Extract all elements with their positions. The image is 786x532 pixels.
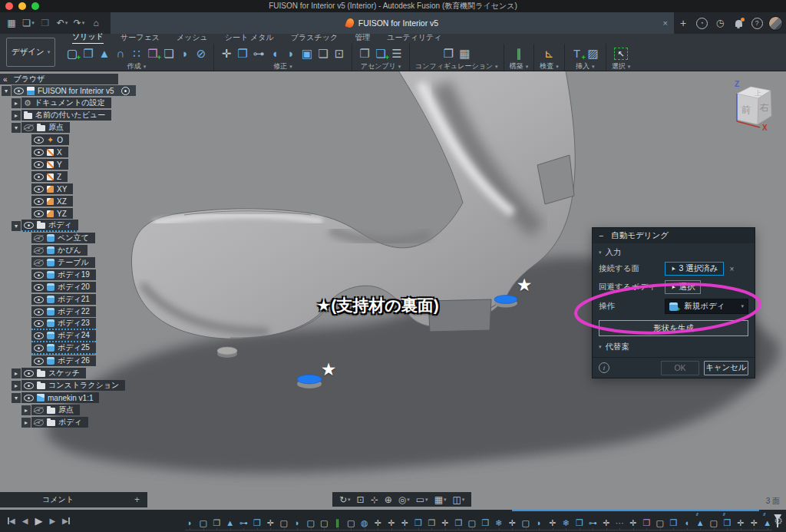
comments-panel[interactable]: コメント + (0, 492, 147, 507)
tree-row[interactable]: Y (0, 158, 192, 170)
visibility-eye-icon[interactable] (34, 296, 44, 303)
notification-bell-icon[interactable] (729, 15, 748, 31)
sketch-feature-icon[interactable]: ▢ (198, 517, 208, 528)
sketch-feature-icon[interactable]: ▢ (346, 517, 356, 528)
primitives-icon[interactable]: ❏ (162, 45, 176, 61)
move-feature-icon[interactable]: ✛ (507, 517, 517, 528)
new-tab-icon[interactable]: + (674, 15, 692, 31)
fit-icon[interactable]: ◎▾ (396, 494, 412, 505)
move-icon[interactable]: ✛ (220, 45, 233, 61)
help-icon[interactable]: ? (748, 15, 766, 31)
shell-icon[interactable]: ▣ (300, 45, 314, 61)
cancel-button[interactable]: キャンセル (704, 361, 748, 375)
fillet-icon[interactable]: ◖ (268, 45, 282, 61)
insert-text-icon[interactable]: T+ (570, 45, 584, 61)
revolve-icon[interactable]: ▲ (97, 45, 111, 61)
combine-feature-icon[interactable]: ❐ (454, 517, 464, 528)
tab-plastic[interactable]: プラスチック (291, 32, 338, 44)
construct-plane-icon[interactable]: ∥ (512, 45, 526, 61)
tree-item-chip[interactable]: テーブル (31, 257, 95, 268)
tree-item-chip[interactable]: ボディ19 (31, 269, 96, 280)
expand-arrow-icon[interactable]: ▸ (12, 368, 21, 378)
group-label-configure[interactable]: コンフィギュレーション▾ (415, 62, 498, 71)
revolve-feature-icon[interactable]: ▲ (695, 517, 705, 528)
tree-item-chip[interactable]: ボディ23 (31, 318, 96, 330)
visibility-off-icon[interactable] (34, 247, 44, 254)
joint-origin-icon[interactable]: ⊶ (252, 45, 266, 61)
move-feature-icon[interactable]: ✛ (547, 517, 557, 528)
group-label-construct[interactable]: 構築▾ (510, 62, 529, 71)
tree-item-chip[interactable]: ✦O (31, 134, 69, 145)
insert-image-icon[interactable]: ▨ (586, 45, 600, 61)
tree-row[interactable]: ▾manekin v1:1 (0, 392, 192, 404)
bom-icon[interactable]: ☰ (390, 45, 404, 61)
tree-item-chip[interactable]: ボディ22 (31, 306, 96, 317)
select-icon[interactable]: ↖ (614, 48, 628, 60)
viewports-icon[interactable]: ◫▾ (450, 494, 467, 505)
workspace-selector[interactable]: デザイン▾ (6, 38, 55, 67)
tree-row[interactable]: ▸⚙ドキュメントの設定 (0, 97, 192, 109)
tree-item-chip[interactable]: ペン立て (31, 233, 95, 243)
avatar[interactable] (766, 15, 784, 31)
collapse-panel-icon[interactable]: « (3, 75, 8, 84)
tree-row[interactable]: ボディ23 (0, 318, 192, 330)
move-feature-icon[interactable]: ✛ (601, 517, 611, 528)
ok-button[interactable]: OK (661, 361, 699, 375)
form-feature-icon[interactable]: ◗ (292, 517, 302, 528)
tree-row[interactable]: ボディ19 (0, 269, 192, 281)
visibility-off-icon[interactable] (34, 259, 44, 266)
group-label-create[interactable]: 作成▾ (65, 62, 208, 71)
pipe-icon[interactable]: ⊘ (194, 45, 208, 61)
info-icon[interactable]: i (599, 362, 609, 373)
visibility-eye-icon[interactable] (34, 358, 44, 365)
add-comment-icon[interactable]: + (134, 494, 140, 505)
move-feature-icon[interactable]: ✛ (373, 517, 383, 528)
tab-utilities[interactable]: ユーティリティ (387, 32, 441, 44)
tree-item-chip[interactable]: XY (31, 183, 73, 194)
joint-feature-icon[interactable]: ⊶ (588, 517, 598, 528)
support-disc-gray[interactable] (217, 347, 237, 358)
tree-item-chip[interactable]: XZ (31, 196, 73, 207)
extrude-icon[interactable]: ❐ (81, 45, 95, 61)
faces-select-chip[interactable]: ➤ 3 選択済み (665, 262, 724, 276)
tree-row[interactable]: Z (0, 170, 192, 183)
config-table-icon[interactable]: ▦ (457, 45, 471, 61)
tree-row[interactable]: ▸スケッチ (0, 367, 192, 379)
tree-item-chip[interactable]: ボディ24 (31, 330, 96, 342)
tree-item-chip[interactable]: YZ (31, 208, 73, 219)
visibility-off-icon[interactable] (34, 407, 44, 414)
chamfer-icon[interactable]: ◗ (284, 45, 298, 61)
play-button[interactable]: ▶ (35, 516, 42, 526)
tree-row[interactable]: X (0, 146, 192, 158)
tree-item-chip[interactable]: Z (31, 171, 68, 182)
pattern-feature-icon[interactable]: ∥ (332, 517, 342, 528)
group-label-assemble[interactable]: アセンブリ▾ (358, 62, 404, 71)
step-forward-button[interactable]: ▶ (49, 517, 55, 525)
loft-icon[interactable]: ∷ (130, 45, 144, 61)
expand-arrow-icon[interactable]: ▸ (12, 98, 21, 108)
sketch-feature-icon[interactable]: ▢ (279, 517, 289, 528)
body-feature-icon[interactable]: ❒ (669, 517, 679, 528)
body-feature-icon[interactable]: ❒ (252, 517, 262, 528)
visibility-eye-icon[interactable] (34, 173, 44, 180)
redo-icon[interactable]: ↷▾ (71, 16, 88, 30)
tree-item-chip[interactable]: X (31, 147, 68, 157)
sketch-feature-icon[interactable]: ▢ (520, 517, 530, 528)
tree-row[interactable]: テーブル (0, 256, 192, 269)
look-at-icon[interactable]: ⊡ (355, 494, 367, 505)
home-icon[interactable]: ⌂ (88, 16, 104, 30)
tree-item-chip[interactable]: コンストラクション (21, 380, 125, 391)
tree-row[interactable]: XY (0, 183, 192, 195)
body-feature-icon[interactable]: ❒ (481, 517, 490, 528)
offset-face-icon[interactable]: ❏ (316, 45, 330, 61)
tree-item-chip[interactable]: ボディ21 (31, 294, 96, 305)
sketch-feature-icon[interactable]: ▢ (655, 517, 665, 528)
move-feature-icon[interactable]: ✛ (440, 517, 450, 528)
visibility-eye-icon[interactable] (24, 370, 34, 377)
fillet-feature-icon[interactable]: ◖ (682, 517, 692, 528)
body-feature-icon[interactable]: ❒ (722, 517, 732, 528)
move-feature-icon[interactable]: ✛ (386, 517, 396, 528)
combine-feature-icon[interactable]: ❐ (427, 517, 437, 528)
move-feature-icon[interactable]: ✛ (266, 517, 276, 528)
input-section-header[interactable]: ▾入力 (593, 243, 755, 259)
